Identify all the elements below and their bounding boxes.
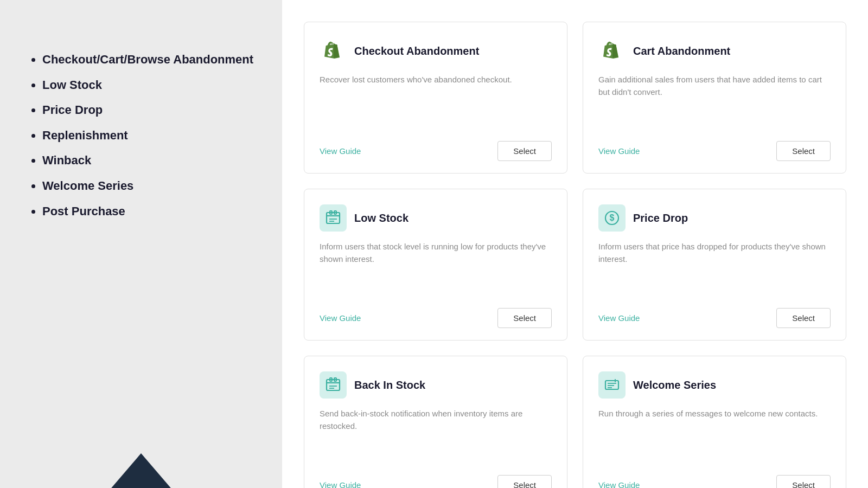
view-guide-link-cart-abandonment[interactable]: View Guide — [598, 146, 640, 156]
view-guide-link-welcome-series[interactable]: View Guide — [598, 480, 640, 488]
card-footer-low-stock: View Guide Select — [320, 308, 552, 328]
sidebar-list-item: Winback — [42, 153, 255, 169]
select-button-welcome-series[interactable]: Select — [776, 475, 831, 488]
sidebar-list-item: Low Stock — [42, 78, 255, 93]
sidebar-list-item: Replenishment — [42, 128, 255, 144]
svg-rect-2 — [327, 213, 340, 223]
sidebar-list-item: Checkout/Cart/Browse Abandonment — [42, 52, 255, 68]
card-description-welcome-series: Run through a series of messages to welc… — [598, 407, 831, 460]
workflow-card-back-in-stock: Back In Stock Send back-in-stock notific… — [304, 356, 567, 488]
sidebar-list-item: Price Drop — [42, 102, 255, 118]
card-footer-cart-abandonment: View Guide Select — [598, 141, 831, 161]
card-header: $ Price Drop — [598, 204, 831, 232]
card-header: Checkout Abandonment — [320, 37, 552, 65]
workflow-card-cart-abandonment: Cart Abandonment Gain additional sales f… — [583, 22, 846, 174]
card-icon-cart-abandonment — [598, 37, 626, 65]
card-icon-back-in-stock — [320, 371, 347, 399]
card-description-cart-abandonment: Gain additional sales from users that ha… — [598, 73, 831, 126]
card-icon-checkout-abandonment — [320, 37, 347, 65]
view-guide-link-low-stock[interactable]: View Guide — [320, 313, 361, 323]
card-description-checkout-abandonment: Recover lost customers who've abandoned … — [320, 73, 552, 126]
card-description-low-stock: Inform users that stock level is running… — [320, 240, 552, 293]
workflow-cards-grid: Checkout Abandonment Recover lost custom… — [304, 22, 846, 488]
card-footer-price-drop: View Guide Select — [598, 308, 831, 328]
svg-text:$: $ — [610, 213, 615, 222]
sidebar: Checkout/Cart/Browse AbandonmentLow Stoc… — [0, 0, 282, 488]
card-icon-price-drop: $ — [598, 204, 626, 232]
workflow-card-checkout-abandonment: Checkout Abandonment Recover lost custom… — [304, 22, 567, 174]
svg-rect-10 — [327, 380, 340, 390]
workflow-card-low-stock: Low Stock Inform users that stock level … — [304, 189, 567, 341]
main-content: Checkout Abandonment Recover lost custom… — [282, 0, 868, 488]
select-button-price-drop[interactable]: Select — [776, 308, 831, 328]
view-guide-link-back-in-stock[interactable]: View Guide — [320, 480, 361, 488]
select-button-low-stock[interactable]: Select — [497, 308, 552, 328]
sidebar-list-item: Post Purchase — [42, 204, 255, 220]
sidebar-list-item: Welcome Series — [42, 178, 255, 194]
card-title-checkout-abandonment: Checkout Abandonment — [354, 45, 479, 57]
card-title-price-drop: Price Drop — [633, 212, 688, 224]
select-button-cart-abandonment[interactable]: Select — [776, 141, 831, 161]
card-title-low-stock: Low Stock — [354, 212, 409, 224]
card-header: Back In Stock — [320, 371, 552, 399]
card-header: Welcome Series — [598, 371, 831, 399]
card-icon-welcome-series — [598, 371, 626, 399]
card-footer-welcome-series: View Guide Select — [598, 475, 831, 488]
card-title-back-in-stock: Back In Stock — [354, 379, 425, 391]
view-guide-link-checkout-abandonment[interactable]: View Guide — [320, 146, 361, 156]
card-footer-checkout-abandonment: View Guide Select — [320, 141, 552, 161]
select-button-back-in-stock[interactable]: Select — [497, 475, 552, 488]
card-icon-low-stock — [320, 204, 347, 232]
card-footer-back-in-stock: View Guide Select — [320, 475, 552, 488]
select-button-checkout-abandonment[interactable]: Select — [497, 141, 552, 161]
card-title-cart-abandonment: Cart Abandonment — [633, 45, 730, 57]
workflow-card-welcome-series: Welcome Series Run through a series of m… — [583, 356, 846, 488]
view-guide-link-price-drop[interactable]: View Guide — [598, 313, 640, 323]
card-title-welcome-series: Welcome Series — [633, 379, 716, 391]
sidebar-decorative-triangle — [76, 453, 206, 488]
card-header: Cart Abandonment — [598, 37, 831, 65]
card-description-back-in-stock: Send back-in-stock notification when inv… — [320, 407, 552, 460]
card-header: Low Stock — [320, 204, 552, 232]
card-description-price-drop: Inform users that price has dropped for … — [598, 240, 831, 293]
workflow-card-price-drop: $ Price Drop Inform users that price has… — [583, 189, 846, 341]
sidebar-list: Checkout/Cart/Browse AbandonmentLow Stoc… — [27, 52, 255, 219]
